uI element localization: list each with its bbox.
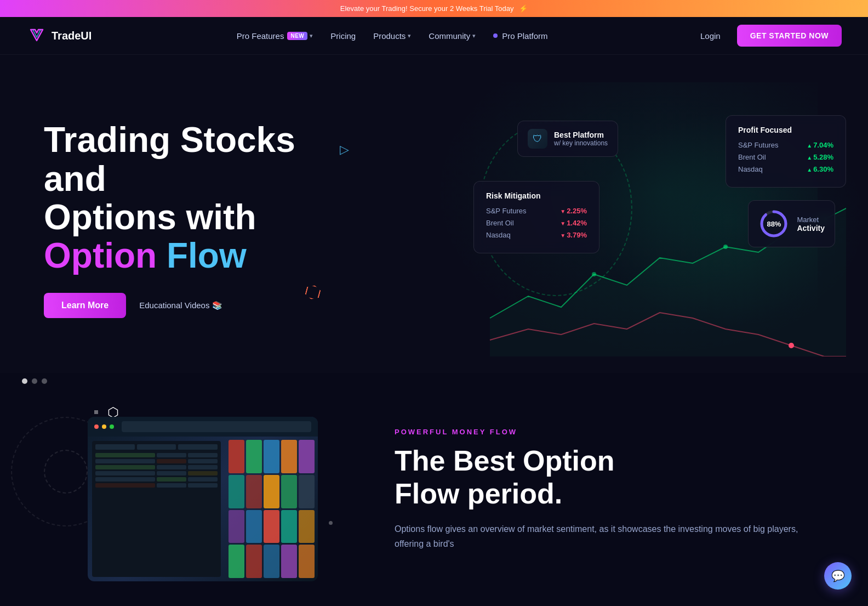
best-platform-title: Best Platform <box>554 131 608 139</box>
nav-item-pro-platform[interactable]: Pro Platform <box>486 27 555 45</box>
chat-bubble[interactable]: 💬 <box>824 562 852 590</box>
svg-point-4 <box>592 272 596 276</box>
risk-mitigation-card: Risk Mitigation S&P Futures ▼2.25% Brent… <box>473 181 599 253</box>
slide-dots <box>22 378 47 384</box>
banner-text: Elevate your Trading! Secure your 2 Week… <box>340 4 514 13</box>
profit-focused-card: Profit Focused S&P Futures ▲7.04% Brent … <box>726 115 846 188</box>
hero-title-pink: Option <box>44 236 157 275</box>
section-two-right: POWERFUL MONEY FLOW The Best Option Flow… <box>395 406 824 551</box>
market-label: Market <box>797 216 825 224</box>
hero-visual: 🛡 Best Platform w/ key innovations Risk … <box>462 110 846 356</box>
hero-section: Trading Stocks and Options with Option F… <box>0 55 868 373</box>
slide-dot-1[interactable] <box>22 378 27 384</box>
nav-item-pricing[interactable]: Pricing <box>323 27 363 45</box>
risk-row-sp: S&P Futures ▼2.25% <box>486 207 587 215</box>
section-two: ⬡ ⬡ <box>0 373 868 606</box>
best-platform-subtitle: w/ key innovations <box>554 139 608 147</box>
section-title: The Best Option Flow period. <box>395 445 824 511</box>
nav-right: Login GET STARTED NOW <box>693 25 842 47</box>
section-two-left <box>44 406 351 581</box>
top-banner: Elevate your Trading! Secure your 2 Week… <box>0 0 868 17</box>
radial-progress: 88% <box>758 208 789 239</box>
svg-point-3 <box>723 245 728 249</box>
nav-links: Pro Features NEW ▾ Pricing Products ▾ Co… <box>229 27 556 45</box>
profit-row-nasdaq: Nasdaq ▲6.30% <box>738 165 833 173</box>
lightning-icon: ⚡ <box>519 4 528 13</box>
risk-row-nasdaq: Nasdaq ▼3.79% <box>486 231 587 239</box>
market-activity-card: 88% Market Activity <box>748 200 835 247</box>
slide-dot-3[interactable] <box>42 378 47 384</box>
nav-item-products[interactable]: Products ▾ <box>366 27 419 45</box>
svg-point-5 <box>789 343 794 348</box>
nav-item-community[interactable]: Community ▾ <box>421 27 483 45</box>
hero-content: Trading Stocks and Options with Option F… <box>44 121 318 318</box>
chevron-down-icon: ▾ <box>408 32 411 39</box>
hero-title: Trading Stocks and Options with Option F… <box>44 121 318 275</box>
shield-icon: 🛡 <box>528 129 547 149</box>
risk-row-brent: Brent Oil ▼1.42% <box>486 219 587 227</box>
profit-row-brent: Brent Oil ▲5.28% <box>738 153 833 161</box>
learn-more-button[interactable]: Learn More <box>44 293 126 318</box>
chevron-down-icon: ▾ <box>472 32 476 39</box>
play-icon: ▷ <box>340 143 349 157</box>
profit-row-sp: S&P Futures ▲7.04% <box>738 141 833 149</box>
nav-item-pro-features[interactable]: Pro Features NEW ▾ <box>229 27 321 45</box>
risk-card-title: Risk Mitigation <box>486 191 587 200</box>
login-button[interactable]: Login <box>693 27 728 45</box>
slide-dot-2[interactable] <box>32 378 37 384</box>
hero-buttons: Learn More Educational Videos 📚 <box>44 293 318 318</box>
logo-icon <box>26 25 47 46</box>
chat-icon: 💬 <box>831 569 845 582</box>
logo[interactable]: TradeUI <box>26 25 92 46</box>
new-badge: NEW <box>287 32 307 40</box>
pro-platform-dot-icon <box>493 33 498 38</box>
market-percent: 88% <box>767 220 781 228</box>
section-description: Options flow gives an overview of market… <box>395 522 824 551</box>
section-label: POWERFUL MONEY FLOW <box>395 428 824 436</box>
market-sublabel: Activity <box>797 224 825 233</box>
trading-screenshot <box>88 417 318 581</box>
hero-title-blue: Flow <box>167 236 247 275</box>
navigation: TradeUI Pro Features NEW ▾ Pricing Produ… <box>0 17 868 55</box>
best-platform-card: 🛡 Best Platform w/ key innovations <box>517 121 618 157</box>
svg-rect-0 <box>26 25 47 46</box>
educational-videos-link[interactable]: Educational Videos 📚 <box>139 301 222 310</box>
profit-card-title: Profit Focused <box>738 126 833 134</box>
chevron-down-icon: ▾ <box>310 32 313 39</box>
get-started-button[interactable]: GET STARTED NOW <box>737 25 842 47</box>
logo-text: TradeUI <box>52 30 92 42</box>
